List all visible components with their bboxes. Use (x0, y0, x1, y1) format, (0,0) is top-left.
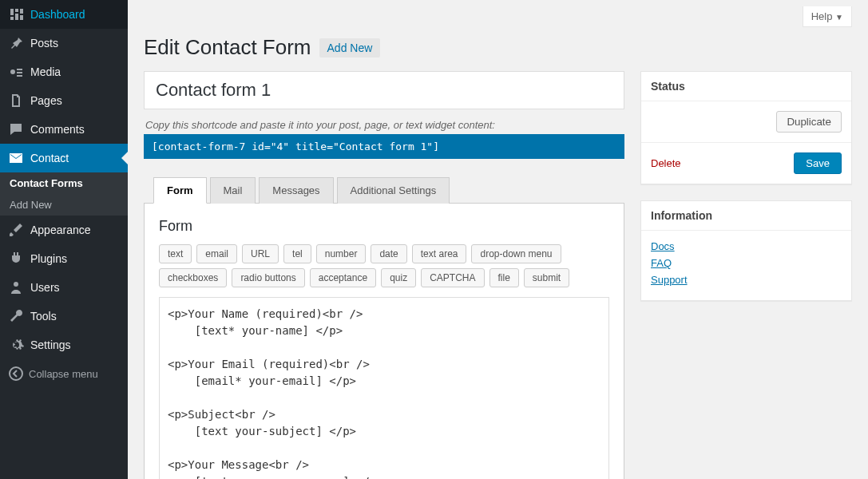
sidebar-item-label: Users (30, 281, 60, 294)
tab-nav: Form Mail Messages Additional Settings (144, 176, 624, 204)
help-tab[interactable]: Help ▼ (803, 6, 852, 27)
sidebar-item-label: Tools (30, 310, 57, 323)
tag-dropdown[interactable]: drop-down menu (471, 244, 561, 263)
sidebar-item-media[interactable]: Media (0, 57, 128, 86)
svg-point-1 (14, 282, 18, 287)
sidebar-item-label: Media (30, 65, 61, 78)
sidebar-item-tools[interactable]: Tools (0, 302, 128, 331)
info-link-faq[interactable]: FAQ (651, 257, 842, 269)
sidebar-sub-contact-forms[interactable]: Contact Forms (0, 172, 128, 194)
admin-sidebar: Dashboard Posts Media Pages Comments Con… (0, 0, 128, 479)
sidebar-item-pages[interactable]: Pages (0, 86, 128, 115)
sidebar-item-contact[interactable]: Contact (0, 144, 128, 172)
information-heading: Information (641, 201, 851, 231)
sidebar-item-label: Comments (30, 123, 85, 136)
sidebar-submenu: Contact Forms Add New (0, 172, 128, 216)
sidebar-item-comments[interactable]: Comments (0, 115, 128, 144)
delete-link[interactable]: Delete (651, 157, 681, 169)
tools-icon (8, 308, 24, 324)
screen-meta: Help ▼ (144, 0, 852, 35)
tag-file[interactable]: file (489, 268, 519, 287)
media-icon (8, 64, 24, 80)
tag-acceptance[interactable]: acceptance (310, 268, 376, 287)
sidebar-item-plugins[interactable]: Plugins (0, 244, 128, 273)
duplicate-button[interactable]: Duplicate (776, 111, 842, 133)
tag-date[interactable]: date (371, 244, 406, 263)
tag-quiz[interactable]: quiz (381, 268, 416, 287)
user-icon (8, 279, 24, 295)
status-heading: Status (641, 72, 851, 101)
svg-point-2 (10, 367, 22, 380)
collapse-icon (8, 366, 24, 382)
plug-icon (8, 251, 24, 267)
tag-generator-buttons: text email URL tel number date text area… (159, 244, 609, 287)
tab-form[interactable]: Form (153, 177, 207, 204)
tag-checkboxes[interactable]: checkboxes (159, 268, 227, 287)
status-box: Status Duplicate Delete Save (640, 71, 852, 184)
shortcode-box[interactable]: [contact-form-7 id="4" title="Contact fo… (144, 134, 624, 159)
sidebar-item-dashboard[interactable]: Dashboard (0, 0, 128, 29)
sidebar-item-label: Settings (30, 338, 71, 351)
tab-additional-settings[interactable]: Additional Settings (337, 177, 450, 204)
pages-icon (8, 93, 24, 109)
sidebar-item-posts[interactable]: Posts (0, 29, 128, 57)
add-new-button[interactable]: Add New (319, 38, 381, 57)
form-panel-heading: Form (159, 218, 609, 235)
info-link-support[interactable]: Support (651, 274, 842, 286)
pin-icon (8, 35, 24, 51)
mail-icon (8, 150, 24, 166)
svg-point-0 (10, 69, 15, 74)
tag-tel[interactable]: tel (283, 244, 311, 263)
sidebar-item-label: Pages (30, 94, 62, 107)
sidebar-item-label: Plugins (30, 252, 67, 265)
sidebar-item-label: Appearance (30, 224, 91, 236)
main-content: Help ▼ Edit Contact Form Add New Copy th… (128, 0, 868, 479)
collapse-label: Collapse menu (29, 368, 98, 380)
page-title: Edit Contact Form (144, 35, 311, 60)
shortcode-hint: Copy this shortcode and paste it into yo… (145, 119, 624, 131)
sidebar-item-appearance[interactable]: Appearance (0, 216, 128, 244)
tag-url[interactable]: URL (242, 244, 279, 263)
dashboard-icon (8, 6, 24, 22)
form-panel: Form text email URL tel number date text… (144, 204, 624, 479)
tab-messages[interactable]: Messages (259, 177, 333, 204)
sidebar-item-settings[interactable]: Settings (0, 331, 128, 359)
sidebar-item-label: Contact (30, 152, 69, 164)
save-button[interactable]: Save (794, 152, 842, 174)
tag-textarea[interactable]: text area (412, 244, 467, 263)
sidebar-item-label: Dashboard (30, 8, 85, 21)
tag-number[interactable]: number (316, 244, 367, 263)
brush-icon (8, 222, 24, 238)
form-title-input[interactable] (144, 71, 624, 109)
form-content-textarea[interactable] (159, 297, 609, 479)
tab-mail[interactable]: Mail (210, 177, 256, 204)
collapse-menu[interactable]: Collapse menu (0, 359, 128, 388)
tag-text[interactable]: text (159, 244, 192, 263)
tag-captcha[interactable]: CAPTCHA (421, 268, 484, 287)
gears-icon (8, 337, 24, 353)
sidebar-sub-add-new[interactable]: Add New (0, 194, 128, 216)
info-link-docs[interactable]: Docs (651, 240, 842, 252)
tag-radio[interactable]: radio buttons (232, 268, 304, 287)
information-box: Information Docs FAQ Support (640, 200, 852, 301)
sidebar-item-label: Posts (30, 37, 58, 49)
tag-email[interactable]: email (196, 244, 237, 263)
comments-icon (8, 121, 24, 137)
chevron-down-icon: ▼ (835, 13, 843, 22)
sidebar-item-users[interactable]: Users (0, 273, 128, 302)
tag-submit[interactable]: submit (524, 268, 569, 287)
